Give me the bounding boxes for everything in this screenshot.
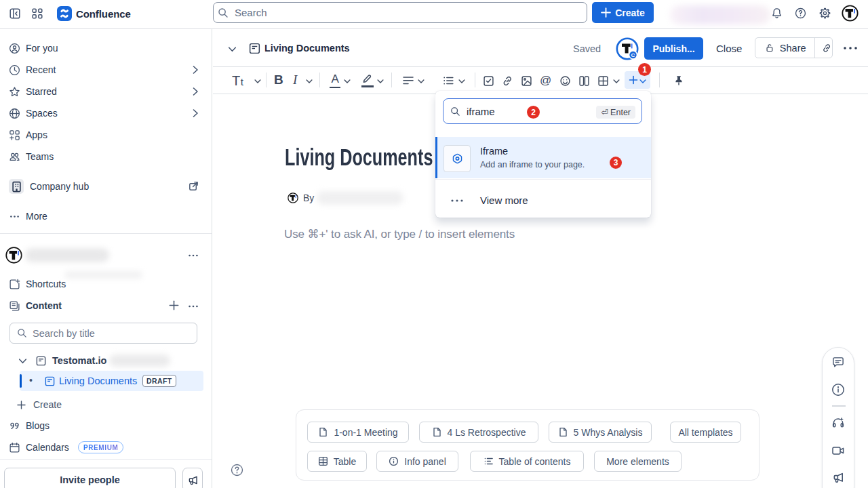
svg-text:C: C	[631, 52, 635, 58]
